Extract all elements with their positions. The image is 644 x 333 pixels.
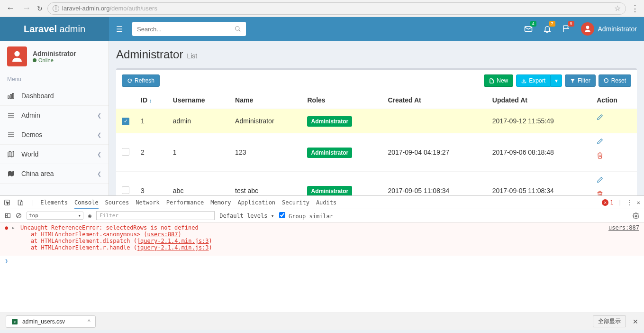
file-excel-icon: x [11,318,18,325]
reload-button[interactable]: ↻ [37,5,43,12]
devtools-tab-security[interactable]: Security [282,197,309,208]
group-similar-checkbox[interactable]: Group similar [279,212,333,220]
context-select[interactable]: top▾ [27,212,83,220]
devtools-menu-icon[interactable]: ⋮ [626,199,632,206]
stack-link[interactable]: jquery-2.1.4.min.js:3 [137,244,209,251]
inspect-icon[interactable] [4,199,10,206]
svg-line-24 [17,214,20,217]
reset-button[interactable]: Reset [599,74,631,87]
cell-created [382,109,486,133]
svg-rect-6 [12,93,14,99]
table-header-row: ID ↕ Username Name Roles Created At Upda… [116,92,637,109]
navbar: ☰ 4 7 9 Administra [109,22,644,36]
sidebar-item-world[interactable]: World❮ [0,145,109,164]
chevron-left-icon: ❮ [97,112,101,119]
devtools-tab-network[interactable]: Network [136,197,160,208]
new-button[interactable]: New [484,74,513,87]
sidebar-item-demos[interactable]: Demos❮ [0,125,109,145]
notifications-icon[interactable]: 7 [543,25,552,33]
cell-updated: 2017-09-06 08:18:48 [487,133,591,172]
users-table: ID ↕ Username Name Roles Created At Upda… [116,92,637,195]
edit-icon[interactable] [597,138,631,145]
export-caret-button[interactable]: ▾ [551,74,562,87]
console-prompt[interactable]: ❯ [0,256,644,313]
download-item[interactable]: x admin_users.csv ^ [6,315,96,328]
menu-header: Menu [0,72,109,86]
show-all-downloads-button[interactable]: 全部显示 [593,315,626,327]
site-info-icon[interactable]: i [53,5,59,12]
page-title: Administrator [116,48,183,61]
cell-username: abc [167,172,229,196]
sidebar-item-china-area[interactable]: China area❮ [0,164,109,184]
console-source-link[interactable]: users:887 [608,224,639,231]
devtools-tab-elements[interactable]: Elements [40,197,68,208]
svg-rect-5 [10,94,12,98]
svg-line-1 [239,30,241,32]
back-button[interactable]: ← [5,3,16,13]
stack-link[interactable]: jquery-2.1.4.min.js:3 [137,238,209,244]
export-button[interactable]: Export [516,74,551,87]
col-id[interactable]: ID ↕ [135,92,167,109]
tasks-icon[interactable]: 9 [562,25,571,33]
col-name: Name [229,92,301,109]
browser-chrome: ← → ↻ i laravel-admin.org/demo/auth/user… [0,0,644,17]
messages-icon[interactable]: 4 [524,25,533,33]
search-box [132,22,246,36]
log-levels-select[interactable]: Default levels ▾ [219,213,274,219]
row-checkbox[interactable] [122,186,129,194]
error-marker-icon: ● [5,224,8,231]
devtools-tab-application[interactable]: Application [238,197,275,208]
cell-updated: 2017-09-12 11:55:49 [487,109,591,133]
devtools-tab-console[interactable]: Console [74,197,99,209]
console-stack-line: at HTMLAnchorElement.dispatch (jquery-2.… [5,238,639,244]
edit-icon[interactable] [597,114,631,120]
expand-arrow-icon[interactable]: ▸ [11,224,15,231]
console-settings-icon[interactable] [633,213,639,219]
app-header: Laravel admin ☰ 4 7 9 [0,17,644,41]
search-input[interactable] [137,26,235,33]
devtools-tab-audits[interactable]: Audits [316,197,336,208]
sort-icon: ↕ [149,98,152,103]
devtools-close-icon[interactable]: ✕ [637,199,640,206]
sidebar-item-label: Admin [21,111,40,119]
clear-console-icon[interactable] [16,213,22,219]
sidebar-item-dashboard[interactable]: Dashboard [0,86,109,106]
trash-icon[interactable] [597,152,631,159]
refresh-button[interactable]: Refresh [122,74,160,87]
bookmark-star-icon[interactable]: ☆ [614,4,621,13]
devtools-tab-performance[interactable]: Performance [166,197,204,208]
live-expression-icon[interactable]: ◉ [88,213,91,219]
forward-button[interactable]: → [21,3,32,13]
svg-point-25 [635,215,637,217]
search-icon[interactable] [235,26,241,32]
sidebar-item-admin[interactable]: Admin❮ [0,106,109,125]
col-created: Created At [382,92,486,109]
user-menu[interactable]: Administrator [581,22,637,36]
device-toggle-icon[interactable] [17,199,24,206]
filter-button[interactable]: Filter [565,74,596,87]
row-checkbox[interactable] [122,148,129,156]
error-count[interactable]: ✕1 [602,199,613,206]
devtools-tab-memory[interactable]: Memory [210,197,231,208]
trash-icon[interactable] [597,191,631,195]
navbar-right: 4 7 9 Administrator [524,22,637,36]
svg-rect-4 [8,96,9,98]
console-toolbar: top▾ ◉ Filter Default levels ▾ Group sim… [0,209,644,222]
cell-created: 2017-09-05 11:08:34 [382,172,486,196]
sidebar-toggle-icon[interactable]: ☰ [116,25,123,34]
chevron-up-icon[interactable]: ^ [88,318,91,325]
edit-icon[interactable] [597,176,631,183]
devtools-tab-sources[interactable]: Sources [105,197,129,208]
console-filter-input[interactable]: Filter [96,211,215,220]
chevron-left-icon: ❮ [97,171,101,177]
map-icon [7,170,17,177]
app-logo[interactable]: Laravel admin [0,17,109,41]
address-bar[interactable]: i laravel-admin.org/demo/auth/users ☆ [47,2,626,15]
stack-link[interactable]: users:887 [147,231,178,238]
sidebar-status: Online [33,57,76,63]
console-sidebar-toggle-icon[interactable] [5,213,11,219]
row-checkbox[interactable]: ✓ [122,118,129,125]
close-downloads-icon[interactable]: ✕ [633,318,638,325]
notifications-badge: 7 [549,21,555,27]
browser-menu-icon[interactable]: ⋮ [631,3,639,14]
